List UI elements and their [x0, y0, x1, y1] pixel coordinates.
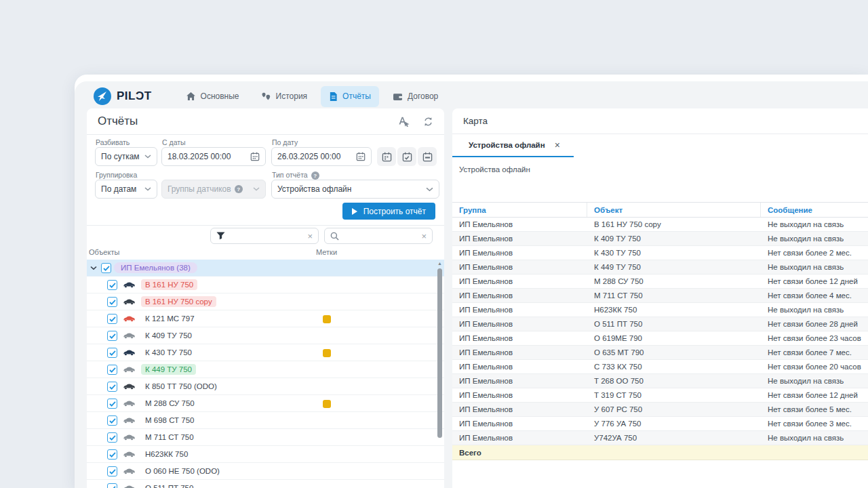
clear-icon[interactable]: ×	[421, 232, 427, 241]
table-row[interactable]: ИП Емельянов С 733 КХ 750 Нет связи боле…	[452, 360, 868, 374]
calendar-check-button[interactable]	[397, 147, 416, 166]
nav-item-reports[interactable]: Отчёты	[321, 86, 379, 107]
vehicle-checkbox[interactable]	[107, 466, 117, 476]
vehicle-checkbox[interactable]	[107, 449, 117, 460]
cell-object: У742УА 750	[587, 434, 761, 442]
cell-group: ИП Емельянов	[452, 405, 587, 413]
tags-filter-input[interactable]: ×	[210, 228, 319, 244]
cell-message: Нет связи более 5 мес.	[761, 405, 868, 413]
tab-devices-offline[interactable]: Устройства офлайн ×	[452, 134, 574, 157]
split-value: По суткам	[101, 152, 140, 161]
car-icon	[122, 383, 136, 390]
vehicle-checkbox[interactable]	[107, 483, 117, 488]
cell-group: ИП Емельянов	[452, 391, 587, 399]
vehicle-plate: К 449 ТУ 750	[141, 364, 196, 375]
tree-vehicle-row[interactable]: К 850 ТТ 750 (ODO)	[87, 378, 444, 395]
cell-group: ИП Емельянов	[452, 263, 587, 271]
nav-items: Основные История Отчёты Договор	[178, 86, 447, 107]
objects-tree: ИП Емельянов (38) В 161 НУ 750 В 161 НУ …	[87, 260, 444, 488]
split-select[interactable]: По суткам	[95, 147, 157, 166]
car-icon	[122, 485, 136, 488]
tree-vehicle-row[interactable]: К 449 ТУ 750	[87, 361, 444, 378]
tree-vehicle-row[interactable]: В 161 НУ 750 copy	[87, 293, 444, 310]
vehicle-checkbox[interactable]	[107, 331, 117, 341]
tree-vehicle-row[interactable]: К 409 ТУ 750	[87, 327, 444, 344]
chevron-down-icon	[253, 187, 260, 191]
cell-group: ИП Емельянов	[452, 334, 587, 342]
scrollbar-thumb[interactable]	[437, 268, 442, 438]
vehicle-checkbox[interactable]	[107, 399, 117, 409]
nav-item-history[interactable]: История	[253, 86, 316, 106]
tree-vehicle-row[interactable]: М 288 СУ 750	[87, 395, 444, 412]
calendar-day-button[interactable]	[377, 147, 396, 166]
tree-vehicle-row[interactable]: М 711 СТ 750	[87, 429, 444, 446]
cell-object: Т 268 ОО 750	[587, 377, 761, 385]
tree-vehicle-row[interactable]: К 430 ТУ 750	[87, 344, 444, 361]
table-row[interactable]: ИП Емельянов Н623КК 750 Не выходил на св…	[452, 303, 868, 317]
cell-message: Не выходил на связь	[761, 263, 868, 271]
brand-text: PILƆT	[117, 89, 152, 103]
grouping-select[interactable]: По датам	[95, 180, 157, 199]
clear-icon[interactable]: ×	[307, 232, 313, 241]
tree-vehicle-row[interactable]: В 161 НУ 750	[87, 277, 444, 293]
vehicle-plate: В 161 НУ 750	[141, 279, 197, 290]
nav-item-main[interactable]: Основные	[178, 86, 248, 106]
table-row[interactable]: ИП Емельянов Т 268 ОО 750 Не выходил на …	[452, 374, 868, 388]
report-type-select[interactable]: Устройства офлайн	[271, 180, 439, 199]
to-date-input[interactable]: 26.03.2025 00:00	[271, 147, 372, 166]
vehicle-checkbox[interactable]	[107, 348, 117, 358]
group-checkbox[interactable]	[101, 263, 111, 273]
search-input[interactable]: ×	[324, 228, 433, 244]
table-row[interactable]: ИП Емельянов О 619МЕ 790 Нет связи более…	[452, 331, 868, 346]
vehicle-plate: М 711 СТ 750	[141, 432, 198, 443]
tree-vehicle-row[interactable]: О 511 ПТ 750	[87, 480, 444, 488]
table-row[interactable]: ИП Емельянов О 511 ПТ 750 Нет связи боле…	[452, 317, 868, 331]
table-row[interactable]: ИП Емельянов Т 319 СТ 750 Нет связи боле…	[452, 388, 868, 403]
label-tag	[323, 349, 331, 357]
tree-vehicle-row[interactable]: М 698 СТ 750	[87, 412, 444, 429]
tree-vehicle-row[interactable]: К 121 МС 797	[87, 310, 444, 327]
vehicle-checkbox[interactable]	[107, 415, 117, 426]
build-report-button[interactable]: Построить отчёт	[342, 203, 435, 220]
reports-document-icon	[329, 92, 338, 102]
from-date-input[interactable]: 18.03.2025 00:00	[161, 147, 266, 166]
vehicle-checkbox[interactable]	[107, 297, 117, 307]
to-date-label: По дату	[272, 138, 298, 146]
table-row[interactable]: ИП Емельянов У 776 УА 750 Нет связи боле…	[452, 417, 868, 431]
nav-item-contract[interactable]: Договор	[384, 86, 446, 106]
vehicle-checkbox[interactable]	[107, 280, 117, 290]
cell-message: Нет связи более 7 мес.	[761, 348, 868, 357]
table-row[interactable]: ИП Емельянов К 409 ТУ 750 Не выходил на …	[452, 232, 868, 246]
cell-group: ИП Емельянов	[452, 235, 587, 243]
table-row[interactable]: ИП Емельянов У742УА 750 Не выходил на св…	[452, 431, 868, 445]
table-row[interactable]: ИП Емельянов М 288 СУ 750 Нет связи боле…	[452, 274, 868, 289]
cell-object: У 607 РС 750	[587, 405, 761, 413]
refresh-icon[interactable]	[423, 117, 433, 127]
table-row[interactable]: ИП Емельянов М 711 СТ 750 Нет связи боле…	[452, 289, 868, 303]
tree-vehicle-row[interactable]: Н623КК 750	[87, 446, 444, 463]
close-icon[interactable]: ×	[555, 140, 560, 150]
table-row[interactable]: ИП Емельянов О 635 МТ 790 Нет связи боле…	[452, 346, 868, 360]
scroll-up-arrow[interactable]: ▲	[437, 261, 442, 266]
tree-vehicle-row[interactable]: О 060 НЕ 750 (ODO)	[87, 463, 444, 480]
column-header-object[interactable]: Объект	[587, 203, 761, 217]
vehicle-checkbox[interactable]	[107, 365, 117, 375]
column-header-message[interactable]: Сообщение	[761, 203, 868, 217]
table-row[interactable]: ИП Емельянов К 430 ТУ 750 Нет связи боле…	[452, 246, 868, 260]
vehicle-checkbox[interactable]	[107, 314, 117, 324]
sensor-groups-select[interactable]: Группы датчиков ?	[161, 180, 266, 199]
table-row[interactable]: ИП Емельянов У 607 РС 750 Нет связи боле…	[452, 403, 868, 417]
cell-group: ИП Емельянов	[452, 291, 587, 300]
tree-group-row[interactable]: ИП Емельянов (38)	[87, 260, 444, 277]
vehicle-checkbox[interactable]	[107, 382, 117, 392]
chevron-down-icon[interactable]	[90, 266, 97, 270]
calendar-range-button[interactable]	[418, 147, 437, 166]
font-select-icon[interactable]	[399, 117, 410, 127]
table-row[interactable]: ИП Емельянов К 449 ТУ 750 Не выходил на …	[452, 260, 868, 274]
brand-logo[interactable]: PILƆT	[94, 87, 152, 105]
vehicle-checkbox[interactable]	[107, 432, 117, 443]
report-type-label: Тип отчёта?	[272, 171, 319, 180]
table-row[interactable]: ИП Емельянов В 161 НУ 750 copy Не выходи…	[452, 218, 868, 232]
vehicle-plate: Н623КК 750	[141, 449, 192, 460]
column-header-group[interactable]: Группа	[452, 203, 587, 217]
